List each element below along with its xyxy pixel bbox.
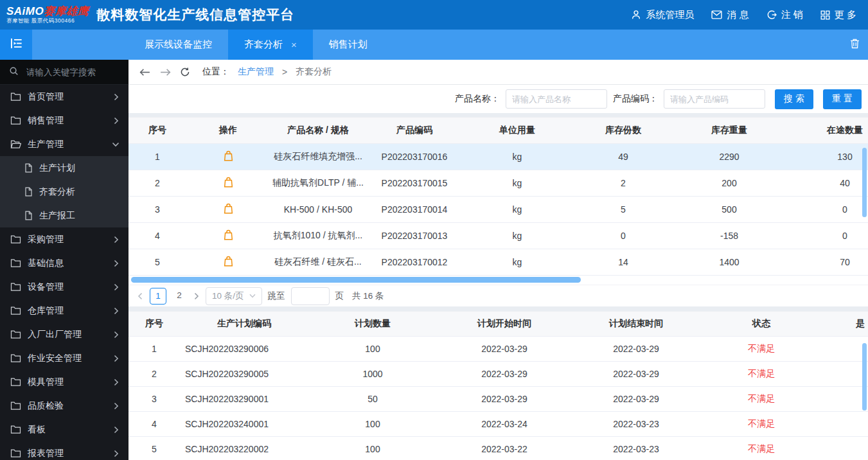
- table-row[interactable]: 4抗氧剂1010 / 抗氧剂...P202203170013kg0-1580: [128, 223, 868, 249]
- sidebar-item-销售管理[interactable]: 销售管理: [0, 109, 128, 132]
- page-number-1[interactable]: 1: [150, 288, 166, 305]
- filter-bar: 产品名称： 产品编码： 搜 索 重 置: [128, 85, 868, 113]
- products-vertical-scrollbar-thumb[interactable]: [862, 148, 867, 217]
- product-name-input[interactable]: [506, 89, 607, 109]
- tab-销售计划[interactable]: 销售计划: [313, 30, 384, 60]
- next-page-button[interactable]: [193, 292, 200, 300]
- row-index: 4: [128, 231, 186, 241]
- sidebar-item-报表管理[interactable]: 报表管理: [0, 441, 128, 460]
- table-row[interactable]: 2SCJH20220329000510002022-03-292022-03-2…: [128, 362, 868, 387]
- row-index: 5: [128, 444, 180, 454]
- product-name: 硅灰石纤维填充增强...: [270, 151, 366, 163]
- stock-shares: 0: [572, 231, 675, 241]
- sidebar-item-基础信息[interactable]: 基础信息: [0, 251, 128, 275]
- folder-icon: [10, 377, 21, 387]
- row-actions: [186, 229, 270, 243]
- table-row[interactable]: 3SCJH202203290001502022-03-292022-03-29不…: [128, 387, 868, 412]
- back-button[interactable]: [139, 67, 151, 77]
- plans-vertical-scrollbar-thumb[interactable]: [862, 343, 867, 411]
- row-index: 3: [128, 204, 186, 215]
- table-row[interactable]: 5SCJH2022032200021002022-03-222022-03-23…: [128, 437, 868, 460]
- clear-tabs-button[interactable]: [850, 39, 860, 51]
- sidebar-subitem-生产报工[interactable]: 生产报工: [0, 204, 128, 227]
- plan-end-date: 2022-03-23: [572, 444, 700, 454]
- prev-page-button[interactable]: [137, 292, 144, 300]
- sidebar-item-仓库管理[interactable]: 仓库管理: [0, 299, 128, 323]
- sidebar-item-生产管理[interactable]: 生产管理: [0, 132, 128, 156]
- table-row[interactable]: 5硅灰石纤维 / 硅灰石...P202203170012kg14140070: [128, 249, 868, 276]
- plan-end-date: 2022-03-29: [572, 369, 700, 379]
- sidebar-collapse-button[interactable]: [0, 30, 32, 60]
- reset-button[interactable]: 重 置: [823, 89, 862, 109]
- row-actions: [186, 150, 270, 164]
- grid-icon: [820, 10, 830, 20]
- page-numbers: 12: [150, 288, 187, 305]
- table-row[interactable]: 1SCJH2022032900061002022-03-292022-03-29…: [128, 337, 868, 362]
- folder-icon: [10, 234, 21, 244]
- location-label: 位置：: [202, 66, 229, 78]
- search-button[interactable]: 搜 索: [775, 89, 813, 109]
- page-size-select[interactable]: 10 条/页: [206, 287, 262, 305]
- column-header: 计划结束时间: [572, 318, 700, 330]
- breadcrumb-current: 齐套分析: [296, 66, 332, 78]
- table-row[interactable]: 2辅助抗氧剂DLTP / 辅...P202203170015kg220040: [128, 170, 868, 197]
- table-row[interactable]: 1硅灰石纤维填充增强...P202203170016kg492290130: [128, 144, 868, 170]
- sidebar-subitem-齐套分析[interactable]: 齐套分析: [0, 180, 128, 204]
- page-number-2[interactable]: 2: [172, 288, 187, 303]
- more-label: 更 多: [835, 9, 856, 21]
- row-actions: [186, 256, 270, 269]
- horizontal-scrollbar-thumb[interactable]: [131, 277, 581, 283]
- sidebar-item-首页管理[interactable]: 首页管理: [0, 85, 128, 109]
- tab-展示线设备监控[interactable]: 展示线设备监控: [128, 30, 228, 60]
- sidebar-subitem-生产计划[interactable]: 生产计划: [0, 156, 128, 180]
- main-content: 位置： 生产管理 > 齐套分析 产品名称： 产品编码： 搜 索 重 置 序号操作…: [128, 60, 868, 460]
- sidebar: 首页管理销售管理生产管理生产计划齐套分析生产报工采购管理基础信息设备管理仓库管理…: [0, 60, 128, 460]
- sidebar-item-作业安全管理[interactable]: 作业安全管理: [0, 346, 128, 370]
- unit-usage: kg: [463, 204, 572, 215]
- logout-menu-item[interactable]: 注 销: [766, 9, 803, 21]
- row-index: 3: [128, 394, 180, 404]
- in-transit-qty: 40: [784, 178, 868, 188]
- messages-menu-item[interactable]: 消 息: [711, 9, 748, 21]
- sidebar-item-品质检验[interactable]: 品质检验: [0, 394, 128, 418]
- sidebar-item-采购管理[interactable]: 采购管理: [0, 227, 128, 251]
- tab-close-icon[interactable]: ×: [291, 40, 297, 49]
- sidebar-item-入厂出厂管理[interactable]: 入厂出厂管理: [0, 323, 128, 346]
- operation-bag-icon[interactable]: [223, 256, 234, 267]
- plan-code: SCJH202203290006: [180, 344, 308, 354]
- row-index: 2: [128, 178, 186, 188]
- more-menu-item[interactable]: 更 多: [820, 9, 856, 21]
- table-row[interactable]: 4SCJH2022032400011002022-03-242022-03-23…: [128, 412, 868, 437]
- plans-table: 序号生产计划编码计划数量计划开始时间计划结束时间状态是1SCJH20220329…: [128, 311, 868, 460]
- refresh-button[interactable]: [180, 67, 190, 77]
- sidebar-item-label: 首页管理: [28, 91, 64, 103]
- user-menu-item[interactable]: 系统管理员: [631, 9, 694, 21]
- forward-button[interactable]: [159, 67, 172, 77]
- operation-bag-icon[interactable]: [223, 229, 234, 241]
- sidebar-search-input[interactable]: [25, 67, 120, 78]
- status-badge: 不满足: [700, 368, 822, 380]
- tab-齐套分析[interactable]: 齐套分析×: [228, 30, 313, 60]
- sidebar-item-模具管理[interactable]: 模具管理: [0, 370, 128, 394]
- sidebar-item-看板[interactable]: 看板: [0, 418, 128, 441]
- jump-page-input[interactable]: [291, 287, 330, 305]
- column-header: 库存重量: [675, 125, 784, 136]
- product-code-input[interactable]: [664, 89, 765, 109]
- sidebar-item-设备管理[interactable]: 设备管理: [0, 275, 128, 299]
- operation-bag-icon[interactable]: [223, 177, 234, 188]
- stock-shares: 5: [572, 204, 675, 215]
- sidebar-menu: 首页管理销售管理生产管理生产计划齐套分析生产报工采购管理基础信息设备管理仓库管理…: [0, 85, 128, 460]
- tab-label: 销售计划: [329, 39, 368, 51]
- status-badge: 不满足: [700, 393, 822, 405]
- chevron-right-icon: [112, 307, 120, 315]
- sidebar-item-label: 作业安全管理: [28, 353, 82, 364]
- plan-start-date: 2022-03-22: [437, 444, 572, 454]
- table-row[interactable]: 3KH-500 / KH-500P202203170014kg55000: [128, 197, 868, 223]
- chevron-right-icon: [112, 355, 120, 362]
- operation-bag-icon[interactable]: [223, 203, 234, 215]
- operation-bag-icon[interactable]: [223, 150, 234, 162]
- search-icon: [9, 66, 19, 78]
- plan-qty: 1000: [308, 369, 437, 379]
- breadcrumb-parent-link[interactable]: 生产管理: [238, 66, 274, 78]
- plan-end-date: 2022-03-23: [572, 419, 700, 429]
